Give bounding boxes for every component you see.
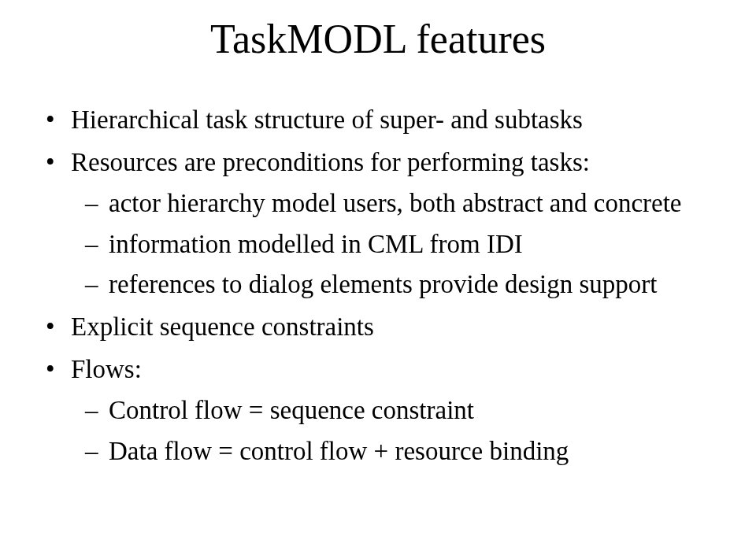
bullet-text: actor hierarchy model users, both abstra… (109, 189, 682, 217)
slide-title: TaskMODL features (39, 16, 717, 62)
list-item: Hierarchical task structure of super- an… (39, 102, 717, 139)
list-item: Data flow = control flow + resource bind… (71, 433, 717, 471)
list-item: Control flow = sequence constraint (71, 392, 717, 430)
slide-content: Hierarchical task structure of super- an… (39, 102, 717, 471)
bullet-text: Data flow = control flow + resource bind… (109, 437, 569, 465)
bullet-text: Explicit sequence constraints (71, 312, 374, 341)
list-item: references to dialog elements provide de… (71, 266, 717, 304)
list-item: information modelled in CML from IDI (71, 226, 717, 264)
bullet-text: Flows: (71, 355, 142, 383)
bullet-list-level2: Control flow = sequence constraint Data … (71, 392, 717, 471)
bullet-list-level2: actor hierarchy model users, both abstra… (71, 185, 717, 305)
bullet-text: Resources are preconditions for performi… (71, 148, 590, 176)
list-item: actor hierarchy model users, both abstra… (71, 185, 717, 223)
bullet-text: information modelled in CML from IDI (109, 230, 523, 258)
bullet-text: references to dialog elements provide de… (109, 270, 657, 298)
bullet-text: Control flow = sequence constraint (109, 396, 474, 424)
list-item: Explicit sequence constraints (39, 309, 717, 346)
bullet-text: Hierarchical task structure of super- an… (71, 105, 583, 134)
list-item: Flows: Control flow = sequence constrain… (39, 351, 717, 471)
list-item: Resources are preconditions for performi… (39, 144, 717, 304)
bullet-list-level1: Hierarchical task structure of super- an… (39, 102, 717, 471)
